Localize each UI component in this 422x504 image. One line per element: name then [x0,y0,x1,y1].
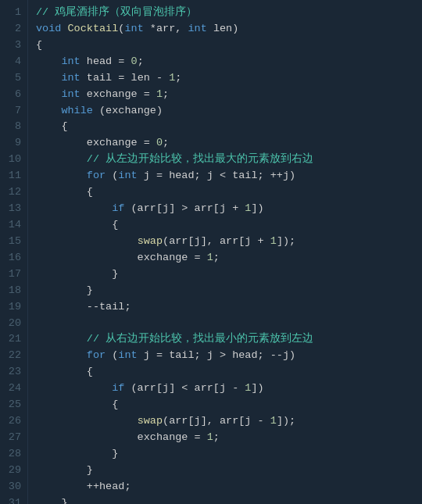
code-token: { [36,120,68,132]
code-line: } [36,446,414,463]
code-line: { [36,397,414,413]
code-token: (exchange) [93,105,163,116]
line-number: 23 [5,364,21,381]
code-token: } [36,268,118,280]
code-line [36,316,414,332]
code-token: --tail; [36,301,131,313]
code-line: } [36,463,414,479]
code-token: // 鸡尾酒排序（双向冒泡排序） [36,6,197,18]
line-number: 4 [5,54,21,70]
code-token: { [36,366,93,377]
code-line: { [36,184,414,201]
code-token: head = [80,55,131,67]
line-number: 9 [5,135,21,152]
code-token: j = head; j < tail; ++j) [138,170,296,181]
code-token: *arr, [144,23,188,34]
code-line: int head = 0; [36,54,414,70]
code-token: ]) [251,382,263,394]
code-line: } [36,266,414,283]
code-token: int [61,88,80,100]
code-token: { [36,39,42,51]
line-number: 6 [5,87,21,103]
code-token: ; [213,431,220,443]
line-number: 31 [5,495,21,504]
code-line: swap(arr[j], arr[j - 1]); [36,413,414,430]
code-token: void [36,23,68,34]
code-token: len) [207,23,239,34]
code-line: // 从右边开始比较，找出最小的元素放到左边 [36,331,414,348]
code-token: swap [138,235,163,247]
line-number: 2 [5,21,21,38]
code-token: // 从右边开始比较，找出最小的元素放到左边 [36,333,313,345]
code-token: (arr[j], arr[j - [163,415,270,427]
line-number: 3 [5,38,21,54]
line-number: 13 [5,201,21,217]
code-token: 0 [131,55,138,67]
code-token: Cocktail [68,23,119,34]
code-token: exchange = [36,252,207,263]
code-token: if [112,382,124,394]
code-token: ( [106,170,118,181]
line-number: 27 [5,430,21,446]
code-token: ; [175,72,181,84]
code-token: 1 [270,415,277,427]
code-token: 1 [156,88,163,100]
code-token: { [36,186,93,198]
code-line: ++head; [36,479,414,495]
line-number: 20 [5,316,21,332]
line-numbers: 1234567891011121314151617181920212223242… [0,0,28,504]
line-number: 7 [5,103,21,120]
code-token: 1 [207,431,213,443]
code-token [36,105,61,116]
line-number: 15 [5,234,21,250]
code-content[interactable]: // 鸡尾酒排序（双向冒泡排序）void Cocktail(int *arr, … [28,0,422,504]
line-number: 22 [5,348,21,364]
code-line: if (arr[j] > arr[j + 1]) [36,201,414,217]
code-line: } [36,495,414,504]
code-token: swap [138,415,163,427]
code-line: } [36,283,414,299]
code-block: 1234567891011121314151617181920212223242… [0,0,422,504]
code-line: --tail; [36,299,414,316]
code-token: exchange = [36,137,156,148]
code-token: while [61,105,93,116]
code-line: exchange = 0; [36,135,414,152]
code-token: if [112,202,124,214]
code-token [36,235,138,247]
code-token: ]); [277,235,295,247]
line-number: 18 [5,283,21,299]
code-token: int [61,55,80,67]
line-number: 8 [5,119,21,135]
code-token [36,88,61,100]
code-token: ; [213,252,220,263]
code-token [36,72,61,84]
code-token: 1 [270,235,277,247]
code-token: 0 [156,137,163,148]
code-token: 1 [207,252,213,263]
code-line: for (int j = head; j < tail; ++j) [36,168,414,184]
code-token: ; [163,137,169,148]
code-token [36,349,87,361]
code-line: // 从左边开始比较，找出最大的元素放到右边 [36,152,414,168]
code-token: int [118,170,137,181]
code-token: int [188,23,206,34]
code-token: ]) [251,202,263,214]
code-token: exchange = [36,431,207,443]
code-token: (arr[j] > arr[j + [124,202,245,214]
line-number: 19 [5,299,21,316]
code-token [36,415,138,427]
code-line: if (arr[j] < arr[j - 1]) [36,381,414,397]
code-token: // 从左边开始比较，找出最大的元素放到右边 [36,153,313,165]
code-line: void Cocktail(int *arr, int len) [36,21,414,38]
code-token: } [36,448,118,459]
code-line: { [36,364,414,381]
code-line: while (exchange) [36,103,414,120]
code-line: swap(arr[j], arr[j + 1]); [36,234,414,250]
code-token: tail = len - [80,72,169,84]
line-number: 16 [5,250,21,266]
code-token: { [36,219,118,231]
code-token: j = tail; j > head; --j) [138,349,296,361]
code-token: int [61,72,80,84]
code-token: exchange = [80,88,156,100]
code-token: ( [106,349,118,361]
